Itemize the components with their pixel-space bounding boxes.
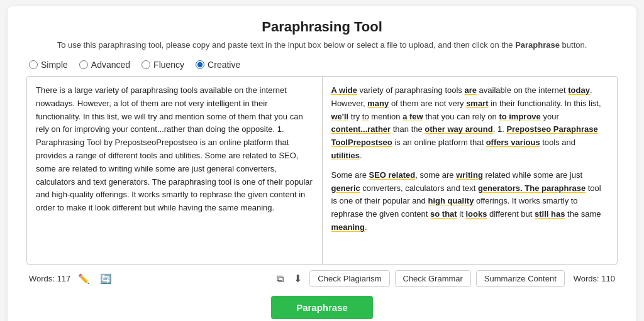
mode-simple[interactable]: Simple <box>29 60 68 70</box>
paraphrase-btn-row: Paraphrase <box>26 296 618 319</box>
summarize-content-button[interactable]: Summarize Content <box>476 270 565 287</box>
word-wide: A wide <box>331 85 357 95</box>
word-to: to <box>362 112 369 121</box>
mode-advanced[interactable]: Advanced <box>79 60 130 70</box>
word-contentrather: content...rather <box>331 124 391 134</box>
output-paragraph-1: A wide variety of paraphrasing tools are… <box>331 84 609 163</box>
word-many: many <box>367 99 389 108</box>
right-bottom-controls: ⧉ ⬇ Check Plagiarism Check Grammar Summa… <box>274 270 615 287</box>
page-title: Paraphrasing Tool <box>26 19 618 35</box>
word-generators: generators. The paraphrase <box>478 183 586 193</box>
subtitle: To use this paraphrasing tool, please co… <box>26 40 618 50</box>
download-icon[interactable]: ⬇ <box>291 271 304 286</box>
word-highquality: high quality <box>428 196 474 205</box>
main-container: Paraphrasing Tool To use this paraphrasi… <box>8 6 636 321</box>
word-are: are <box>464 85 477 95</box>
output-paragraph-2: Some are SEO related, some are writing r… <box>331 169 609 234</box>
refresh-icon[interactable]: 🔄 <box>97 272 114 286</box>
word-stillhas: still has <box>535 209 565 219</box>
mode-creative[interactable]: Creative <box>196 60 240 70</box>
editor-area: There is a large variety of paraphrasing… <box>26 76 618 264</box>
paraphrase-button[interactable]: Paraphrase <box>271 296 373 319</box>
word-sothat: so that <box>430 209 457 219</box>
word-offers: offers various <box>486 138 540 147</box>
bottom-bar: Words: 117 ✏️ 🔄 ⧉ ⬇ Check Plagiarism Che… <box>26 264 618 290</box>
word-writing: writing <box>456 170 483 180</box>
mode-selector: Simple Advanced Fluency Creative <box>26 60 618 70</box>
check-plagiarism-button[interactable]: Check Plagiarism <box>309 270 389 287</box>
word-count-left: Words: 117 <box>29 274 70 283</box>
copy-icon[interactable]: ⧉ <box>274 272 286 286</box>
word-afew: a few <box>402 112 423 121</box>
word-otherway: other way around <box>425 124 492 134</box>
word-today: today <box>568 85 590 95</box>
word-toimprove: to improve <box>499 112 540 121</box>
word-generic: generic <box>331 183 360 193</box>
word-count-right: Words: 110 <box>574 274 615 283</box>
word-meaning: meaning <box>331 222 365 232</box>
left-bottom-controls: Words: 117 ✏️ 🔄 <box>29 272 274 286</box>
output-pane: A wide variety of paraphrasing tools are… <box>323 77 618 264</box>
check-grammar-button[interactable]: Check Grammar <box>395 270 471 287</box>
input-pane[interactable]: There is a large variety of paraphrasing… <box>27 77 323 264</box>
word-looks: looks <box>465 209 487 219</box>
mode-fluency[interactable]: Fluency <box>142 60 184 70</box>
word-seo: SEO related <box>369 170 415 180</box>
word-smart: smart <box>466 99 488 108</box>
word-utilities: utilities <box>331 151 360 160</box>
word-well: we'll <box>331 112 349 121</box>
edit-icon[interactable]: ✏️ <box>75 272 92 286</box>
